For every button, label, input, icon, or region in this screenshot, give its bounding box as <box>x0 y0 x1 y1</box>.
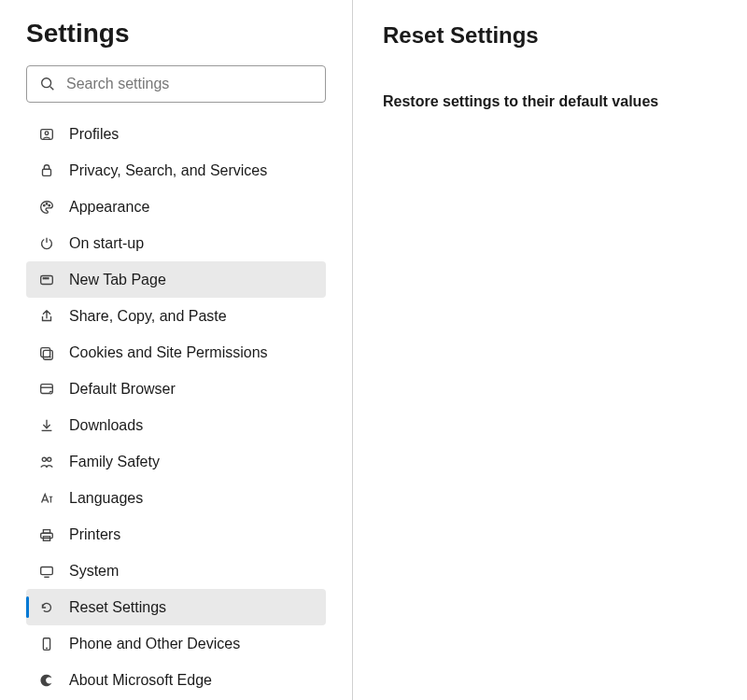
svg-rect-26 <box>41 567 53 574</box>
sidebar-item-label: Privacy, Search, and Services <box>69 162 267 179</box>
svg-rect-14 <box>43 350 52 359</box>
sidebar-item-about[interactable]: About Microsoft Edge <box>26 662 326 698</box>
sidebar-item-label: Languages <box>69 490 143 507</box>
power-icon <box>37 234 56 253</box>
sidebar-item-privacy[interactable]: Privacy, Search, and Services <box>26 152 326 189</box>
svg-rect-23 <box>41 533 53 538</box>
svg-point-21 <box>42 457 46 461</box>
sidebar-item-phone[interactable]: Phone and Other Devices <box>26 625 326 662</box>
sidebar-item-family[interactable]: Family Safety <box>26 443 326 480</box>
sidebar-item-label: New Tab Page <box>69 272 166 288</box>
search-box[interactable] <box>26 65 326 103</box>
sidebar-item-startup[interactable]: On start-up <box>26 225 326 261</box>
main-content: Reset Settings Restore settings to their… <box>353 0 747 700</box>
sidebar-item-label: On start-up <box>69 235 144 252</box>
sidebar-item-label: Profiles <box>69 126 119 143</box>
sidebar-item-label: Phone and Other Devices <box>69 636 240 652</box>
svg-point-11 <box>45 277 46 278</box>
sidebar-item-label: Default Browser <box>69 381 176 398</box>
nav-list: Profiles Privacy, Search, and Services A… <box>0 116 352 698</box>
svg-rect-4 <box>43 169 51 175</box>
reset-icon <box>37 598 56 617</box>
svg-point-12 <box>48 277 49 278</box>
sidebar-item-cookies[interactable]: Cookies and Site Permissions <box>26 334 326 371</box>
sidebar-item-newtab[interactable]: New Tab Page <box>26 261 326 298</box>
newtab-icon <box>37 271 56 289</box>
sidebar-item-label: Reset Settings <box>69 599 166 616</box>
family-icon <box>37 453 56 471</box>
sidebar-item-label: About Microsoft Edge <box>69 672 212 689</box>
svg-rect-9 <box>41 275 53 284</box>
svg-rect-24 <box>43 529 49 533</box>
sidebar-item-share[interactable]: Share, Copy, and Paste <box>26 298 326 334</box>
printer-icon <box>37 525 56 544</box>
sidebar-title: Settings <box>0 19 352 65</box>
share-icon <box>37 307 56 326</box>
sidebar-item-system[interactable]: System <box>26 553 326 589</box>
phone-icon <box>37 635 56 653</box>
language-icon <box>37 489 56 508</box>
sidebar-item-label: Appearance <box>69 199 149 216</box>
search-wrapper <box>0 65 352 116</box>
sidebar-item-languages[interactable]: Languages <box>26 480 326 516</box>
svg-point-22 <box>48 457 51 461</box>
sidebar-item-label: Downloads <box>69 417 143 434</box>
sidebar-item-appearance[interactable]: Appearance <box>26 189 326 225</box>
sidebar-item-reset[interactable]: Reset Settings <box>26 589 326 625</box>
svg-line-1 <box>50 87 54 91</box>
svg-point-7 <box>49 204 49 205</box>
svg-point-15 <box>49 356 51 357</box>
sidebar-item-label: System <box>69 563 119 580</box>
palette-icon <box>37 198 56 217</box>
svg-point-3 <box>45 131 49 134</box>
sidebar: Settings Profiles Privacy, Search, and S… <box>0 0 353 700</box>
profile-icon <box>37 125 56 144</box>
cookies-icon <box>37 343 56 362</box>
sidebar-item-profiles[interactable]: Profiles <box>26 116 326 152</box>
download-icon <box>37 416 56 435</box>
sidebar-item-downloads[interactable]: Downloads <box>26 407 326 443</box>
restore-defaults-label: Restore settings to their default values <box>383 93 658 109</box>
browser-icon <box>37 380 56 399</box>
search-icon <box>38 75 57 93</box>
sidebar-item-label: Family Safety <box>69 454 160 470</box>
sidebar-item-defaultbrowser[interactable]: Default Browser <box>26 371 326 407</box>
svg-point-0 <box>42 78 51 88</box>
edge-icon <box>37 671 56 690</box>
sidebar-item-label: Cookies and Site Permissions <box>69 344 268 361</box>
svg-point-6 <box>46 203 47 203</box>
search-input[interactable] <box>66 76 314 92</box>
restore-defaults-row[interactable]: Restore settings to their default values <box>383 93 717 110</box>
sidebar-item-printers[interactable]: Printers <box>26 516 326 553</box>
sidebar-item-label: Share, Copy, and Paste <box>69 308 227 325</box>
svg-point-10 <box>43 277 44 278</box>
lock-icon <box>37 161 56 180</box>
svg-point-5 <box>44 204 45 205</box>
page-title: Reset Settings <box>383 22 717 49</box>
sidebar-item-label: Printers <box>69 526 120 543</box>
system-icon <box>37 562 56 581</box>
svg-rect-13 <box>41 347 50 357</box>
